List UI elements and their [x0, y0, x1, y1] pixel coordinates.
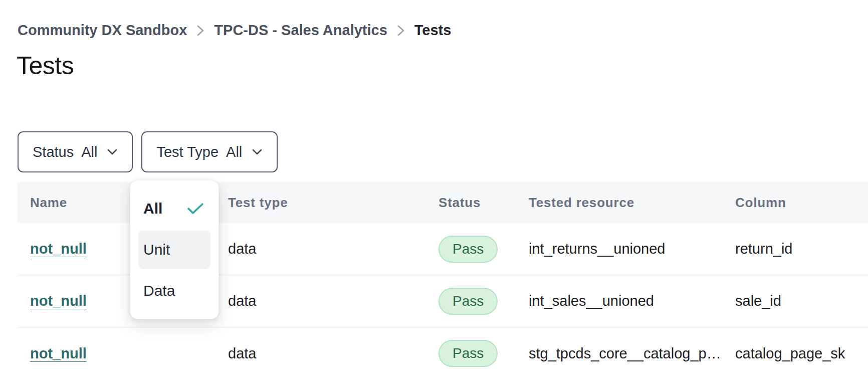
filter-bar: Status All Test Type All	[18, 131, 278, 172]
page-title: Tests	[17, 51, 74, 80]
column-cell: sale_id	[723, 293, 868, 309]
test-type-dropdown-menu: All Unit Data	[130, 180, 219, 319]
tested-resource-cell: stg_tpcds_core__catalog_p…	[516, 345, 723, 362]
breadcrumb: Community DX Sandbox TPC-DS - Sales Anal…	[18, 22, 451, 39]
column-cell: catalog_page_sk	[723, 345, 868, 362]
test-name-link[interactable]: not_null	[30, 293, 87, 309]
test-type-filter-label: Test Type	[156, 144, 219, 160]
status-badge: Pass	[439, 236, 498, 263]
column-header-test-type: Test type	[215, 195, 426, 211]
column-cell: return_id	[723, 241, 868, 257]
dropdown-option-label: Unit	[143, 241, 170, 258]
status-badge: Pass	[439, 288, 498, 315]
test-name-link[interactable]: not_null	[30, 345, 87, 361]
breadcrumb-item-current: Tests	[414, 22, 452, 39]
check-icon	[186, 202, 204, 215]
chevron-right-icon	[397, 24, 405, 37]
test-type-filter-button[interactable]: Test Type All	[141, 131, 278, 172]
breadcrumb-item-project[interactable]: TPC-DS - Sales Analytics	[214, 22, 387, 39]
tested-resource-cell: int_sales__unioned	[516, 293, 723, 309]
column-header-tested-resource: Tested resource	[516, 195, 723, 211]
dropdown-option-label: All	[143, 200, 162, 217]
test-type-filter-value: All	[226, 144, 242, 160]
status-filter-label: Status	[33, 144, 74, 160]
column-header-status: Status	[426, 195, 516, 211]
status-badge: Pass	[439, 340, 498, 367]
test-type-cell: data	[215, 345, 426, 362]
dropdown-option-data[interactable]: Data	[138, 272, 210, 310]
dropdown-option-all[interactable]: All	[138, 189, 210, 227]
status-filter-button[interactable]: Status All	[18, 131, 133, 172]
tested-resource-cell: int_returns__unioned	[516, 241, 723, 257]
chevron-down-icon	[252, 148, 263, 155]
test-name-link[interactable]: not_null	[30, 241, 87, 257]
table-row: not_null data Pass stg_tpcds_core__catal…	[18, 327, 868, 379]
chevron-down-icon	[107, 148, 118, 155]
breadcrumb-item-account[interactable]: Community DX Sandbox	[18, 22, 187, 39]
test-type-cell: data	[215, 241, 426, 257]
status-filter-value: All	[81, 144, 97, 160]
column-header-column: Column	[723, 195, 868, 211]
chevron-right-icon	[196, 24, 204, 37]
test-type-cell: data	[215, 293, 426, 309]
dropdown-option-unit[interactable]: Unit	[138, 231, 210, 268]
dropdown-option-label: Data	[143, 282, 175, 299]
